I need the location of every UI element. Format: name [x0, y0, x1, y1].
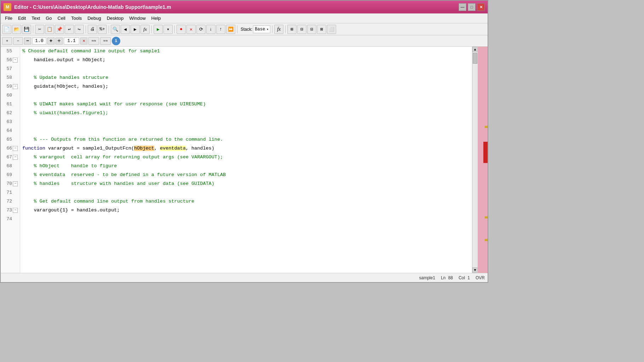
cell-plus-btn[interactable]: + — [2, 37, 12, 45]
split-v-btn[interactable]: ⊟ — [297, 25, 306, 34]
run-btn[interactable]: ▶ — [154, 25, 163, 34]
fold-btn-66[interactable]: − — [13, 146, 18, 151]
code-59: guidata(hObject, handles); — [22, 84, 108, 89]
menu-debug[interactable]: Debug — [85, 14, 104, 22]
step-out-btn[interactable]: ↑ — [216, 25, 225, 34]
zoom-value2: 1.1 — [64, 37, 79, 45]
split-h-btn[interactable]: ⊡ — [307, 25, 316, 34]
line-num-61: 61 — [2, 101, 12, 107]
stack-value: Base — [255, 27, 265, 32]
new-file-btn[interactable]: 📄 — [2, 25, 11, 34]
line-num-74: 74 — [2, 216, 12, 222]
code-66-nm2: , handles) — [186, 146, 214, 151]
sep6 — [237, 25, 237, 33]
zoom-close-btn[interactable]: ✕ — [80, 37, 87, 45]
zoom-plus-btn[interactable]: + — [47, 37, 54, 45]
scroll-down-arrow[interactable]: ▼ — [472, 267, 478, 273]
forward-btn[interactable]: ▶ — [131, 25, 140, 34]
minimap-marker-yellow2 — [485, 216, 488, 218]
fold-btn-67[interactable]: − — [13, 155, 18, 160]
code-57 — [22, 66, 25, 71]
menu-edit[interactable]: Edit — [15, 14, 29, 22]
editor-area: 55 56 − 57 58 59 − 60 — [1, 47, 488, 273]
minimize-button[interactable]: — — [459, 3, 466, 11]
code-67: % varargout cell array for returning out… — [22, 154, 223, 160]
full-btn[interactable]: ⬜ — [327, 25, 336, 34]
tile-btn[interactable]: ⊠ — [317, 25, 326, 34]
fold-btn-70[interactable]: − — [13, 181, 18, 186]
sep2 — [86, 25, 86, 33]
status-bar: sample1 Ln 88 Col 1 OVR — [1, 273, 488, 282]
stack-dropdown[interactable]: Base ▾ — [253, 25, 270, 33]
line-num-64: 64 — [2, 128, 12, 133]
line-num-56: 56 — [2, 57, 12, 63]
line-row-55: 55 — [1, 47, 20, 56]
search-btn[interactable]: 🔍 — [111, 25, 120, 34]
fold-btn-59[interactable]: − — [13, 84, 18, 89]
zoom-minus-btn[interactable]: − — [24, 37, 31, 45]
run-dropdown[interactable]: ▾ — [163, 25, 173, 34]
undo-btn[interactable]: ↩ — [65, 25, 74, 34]
fx-btn[interactable]: fx — [140, 25, 150, 34]
sep1 — [33, 25, 33, 33]
zoom-divide-btn[interactable]: ÷ — [56, 37, 63, 45]
comment-btn[interactable]: %+ — [98, 25, 107, 34]
sep7 — [272, 25, 272, 33]
info-btn[interactable]: i — [112, 37, 120, 45]
line-row-63: 63 — [1, 117, 20, 126]
redo-btn[interactable]: ↪ — [75, 25, 84, 34]
editor-window: M Editor - C:\Users\Aisa\Desktop\Arduino… — [0, 0, 488, 283]
menu-text[interactable]: Text — [29, 14, 43, 22]
menu-file[interactable]: File — [2, 14, 15, 22]
continue-btn[interactable]: ⏩ — [226, 25, 235, 34]
line-num-72: 72 — [2, 199, 12, 204]
menu-tools[interactable]: Tools — [68, 14, 85, 22]
code-area[interactable]: % Choose default command line output for… — [20, 47, 472, 273]
squiggle2-btn[interactable]: ≈≈ — [100, 37, 111, 45]
fold-btn-56[interactable]: − — [13, 58, 18, 63]
ln-num: 88 — [448, 275, 453, 280]
save-btn[interactable]: 💾 — [22, 25, 31, 34]
grid-btn[interactable]: ⊞ — [287, 25, 297, 34]
menu-desktop[interactable]: Desktop — [104, 14, 127, 22]
fx2-btn[interactable]: fx — [274, 25, 283, 34]
line-row-72: 72 — [1, 197, 20, 206]
back-btn[interactable]: ◀ — [121, 25, 130, 34]
paste-btn[interactable]: 📌 — [55, 25, 64, 34]
cut-btn[interactable]: ✂ — [35, 25, 44, 34]
line-num-69: 69 — [2, 172, 12, 177]
line-num-60: 60 — [2, 93, 12, 98]
menu-help[interactable]: Help — [149, 14, 164, 22]
copy-btn[interactable]: 📋 — [45, 25, 54, 34]
menu-window[interactable]: Window — [126, 14, 148, 22]
line-row-69: 69 — [1, 170, 20, 179]
line-row-65: 65 — [1, 135, 20, 144]
stop-btn[interactable]: ✕ — [186, 25, 196, 34]
menu-cell[interactable]: Cell — [55, 14, 68, 22]
squiggle1-btn[interactable]: ≈≈ — [88, 37, 99, 45]
menu-go[interactable]: Go — [43, 14, 54, 22]
code-60 — [22, 93, 25, 98]
line-row-57: 57 — [1, 64, 20, 73]
code-line-64 — [22, 126, 472, 135]
open-btn[interactable]: 📂 — [12, 25, 21, 34]
print-btn[interactable]: 🖨 — [88, 25, 97, 34]
line-row-71: 71 — [1, 188, 20, 197]
fold-btn-73[interactable]: − — [13, 208, 18, 213]
step-btn[interactable]: ⟳ — [196, 25, 206, 34]
status-filename: sample1 — [419, 275, 435, 280]
code-line-74 — [22, 215, 472, 223]
scroll-up-arrow[interactable]: ▲ — [472, 47, 478, 52]
code-63 — [22, 119, 25, 124]
scrollbar-vertical[interactable]: ▲ ▼ — [472, 47, 478, 273]
maximize-button[interactable]: □ — [468, 3, 476, 11]
cell-minus-btn[interactable]: − — [13, 37, 23, 45]
step-in-btn[interactable]: ↓ — [206, 25, 215, 34]
breakpoint-btn[interactable]: ● — [177, 25, 186, 34]
line-num-70: 70 — [2, 181, 12, 186]
scroll-track[interactable] — [472, 52, 478, 267]
line-num-71: 71 — [2, 190, 12, 195]
close-button[interactable]: ✕ — [477, 3, 485, 11]
scroll-thumb[interactable] — [473, 53, 477, 64]
code-73: varargout{1} = handles.output; — [22, 208, 120, 213]
